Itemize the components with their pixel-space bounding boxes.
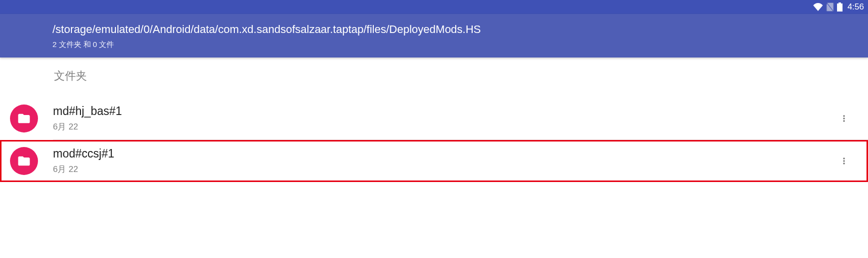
status-bar: 4:56 [0, 0, 868, 14]
folder-item-text: md#hj_bas#1 6月 22 [53, 104, 834, 132]
folder-list-item[interactable]: mod#ccsj#1 6月 22 [0, 140, 868, 182]
no-sim-icon [826, 2, 834, 12]
folder-date: 6月 22 [53, 121, 834, 132]
folder-item-text: mod#ccsj#1 6月 22 [53, 147, 834, 175]
folder-list-item[interactable]: md#hj_bas#1 6月 22 [0, 98, 868, 140]
status-bar-time: 4:56 [848, 2, 864, 12]
battery-icon [837, 2, 843, 12]
more-options-button[interactable] [834, 151, 854, 171]
current-path: /storage/emulated/0/Android/data/com.xd.… [52, 23, 868, 36]
folder-icon [10, 104, 38, 132]
folder-name: md#hj_bas#1 [53, 104, 834, 118]
folder-file-counts: 2 文件夹 和 0 文件 [52, 40, 868, 50]
more-options-button[interactable] [834, 108, 854, 128]
folder-icon [10, 147, 38, 175]
section-header-folders: 文件夹 [0, 68, 868, 84]
app-bar: /storage/emulated/0/Android/data/com.xd.… [0, 14, 868, 58]
content-area: 文件夹 md#hj_bas#1 6月 22 mod#ccsj#1 6月 22 [0, 58, 868, 182]
wifi-icon [813, 3, 823, 11]
folder-date: 6月 22 [53, 164, 834, 175]
folder-name: mod#ccsj#1 [53, 147, 834, 160]
